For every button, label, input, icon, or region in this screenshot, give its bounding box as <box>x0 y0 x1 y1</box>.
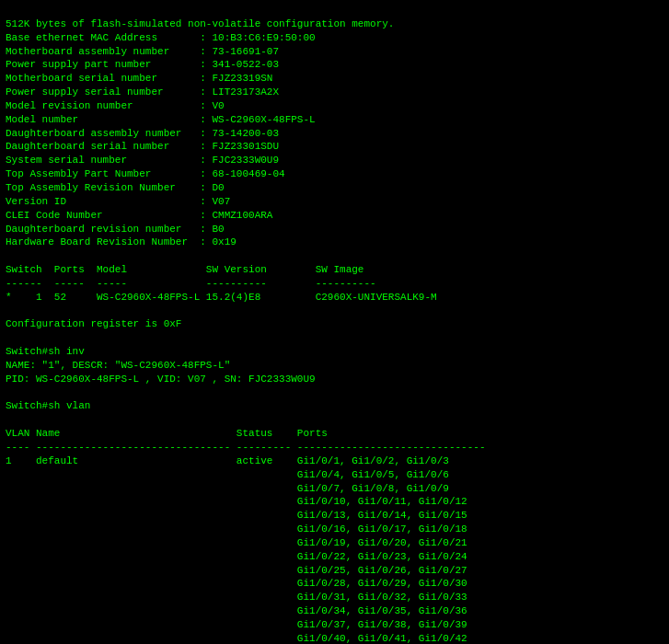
terminal-line-13: Version ID : V07 <box>6 195 663 209</box>
terminal-line-23 <box>6 331 663 345</box>
terminal-line-37: Gi1/0/16, Gi1/0/17, Gi1/0/18 <box>6 523 663 536</box>
terminal-line-26: PID: WS-C2960X-48FPS-L , VID: V07 , SN: … <box>6 373 663 386</box>
terminal-line-24: Switch#sh inv <box>6 345 663 359</box>
terminal-line-16: Hardware Board Revision Number : 0x19 <box>6 236 663 249</box>
terminal-line-45: Gi1/0/40, Gi1/0/41, Gi1/0/42 <box>6 632 663 644</box>
terminal-line-7: Model number : WS-C2960X-48FPS-L <box>6 113 663 127</box>
terminal-line-3: Power supply part number : 341-0522-03 <box>6 58 663 72</box>
terminal-line-8: Daughterboard assembly number : 73-14200… <box>6 127 663 141</box>
terminal-line-32: 1 default active Gi1/0/1, Gi1/0/2, Gi1/0… <box>6 454 663 468</box>
terminal-line-39: Gi1/0/22, Gi1/0/23, Gi1/0/24 <box>6 550 663 564</box>
terminal-line-20: * 1 52 WS-C2960X-48FPS-L 15.2(4)E8 C2960… <box>6 291 663 305</box>
terminal-line-12: Top Assembly Revision Number : D0 <box>6 181 663 195</box>
terminal-line-38: Gi1/0/19, Gi1/0/20, Gi1/0/21 <box>6 536 663 550</box>
terminal-line-41: Gi1/0/28, Gi1/0/29, Gi1/0/30 <box>6 577 663 591</box>
terminal-line-42: Gi1/0/31, Gi1/0/32, Gi1/0/33 <box>6 591 663 604</box>
terminal-line-33: Gi1/0/4, Gi1/0/5, Gi1/0/6 <box>6 468 663 482</box>
terminal-line-18: Switch Ports Model SW Version SW Image <box>6 263 663 277</box>
terminal-line-9: Daughterboard serial number : FJZ23301SD… <box>6 140 663 154</box>
terminal-line-0: 512K bytes of flash-simulated non-volati… <box>6 17 663 31</box>
terminal-line-21 <box>6 305 663 318</box>
terminal-line-6: Model revision number : V0 <box>6 99 663 113</box>
terminal-line-11: Top Assembly Part Number : 68-100469-04 <box>6 167 663 181</box>
terminal-line-28: Switch#sh vlan <box>6 399 663 413</box>
terminal-line-40: Gi1/0/25, Gi1/0/26, Gi1/0/27 <box>6 564 663 578</box>
terminal-line-35: Gi1/0/10, Gi1/0/11, Gi1/0/12 <box>6 495 663 509</box>
terminal-line-17 <box>6 249 663 263</box>
terminal-line-4: Motherboard serial number : FJZ23319SN <box>6 72 663 86</box>
terminal-line-22: Configuration register is 0xF <box>6 317 663 331</box>
terminal-line-10: System serial number : FJC2333W0U9 <box>6 154 663 167</box>
terminal-line-1: Base ethernet MAC Address : 10:B3:C6:E9:… <box>6 31 663 45</box>
terminal-line-27 <box>6 386 663 400</box>
terminal-window[interactable]: 512K bytes of flash-simulated non-volati… <box>0 0 669 644</box>
terminal-line-25: NAME: "1", DESCR: "WS-C2960X-48FPS-L" <box>6 359 663 373</box>
terminal-line-31: ---- -------------------------------- --… <box>6 441 663 454</box>
terminal-line-15: Daughterboard revision number : B0 <box>6 223 663 236</box>
terminal-line-43: Gi1/0/34, Gi1/0/35, Gi1/0/36 <box>6 604 663 618</box>
terminal-line-14: CLEI Code Number : CMMZ100ARA <box>6 209 663 223</box>
terminal-line-2: Motherboard assembly number : 73-16691-0… <box>6 45 663 59</box>
terminal-line-34: Gi1/0/7, Gi1/0/8, Gi1/0/9 <box>6 482 663 496</box>
terminal-line-44: Gi1/0/37, Gi1/0/38, Gi1/0/39 <box>6 618 663 632</box>
terminal-line-30: VLAN Name Status Ports <box>6 427 663 441</box>
terminal-line-19: ------ ----- ----- ---------- ---------- <box>6 277 663 291</box>
terminal-line-5: Power supply serial number : LIT23173A2X <box>6 86 663 99</box>
terminal-line-36: Gi1/0/13, Gi1/0/14, Gi1/0/15 <box>6 509 663 523</box>
terminal-line-29 <box>6 413 663 427</box>
